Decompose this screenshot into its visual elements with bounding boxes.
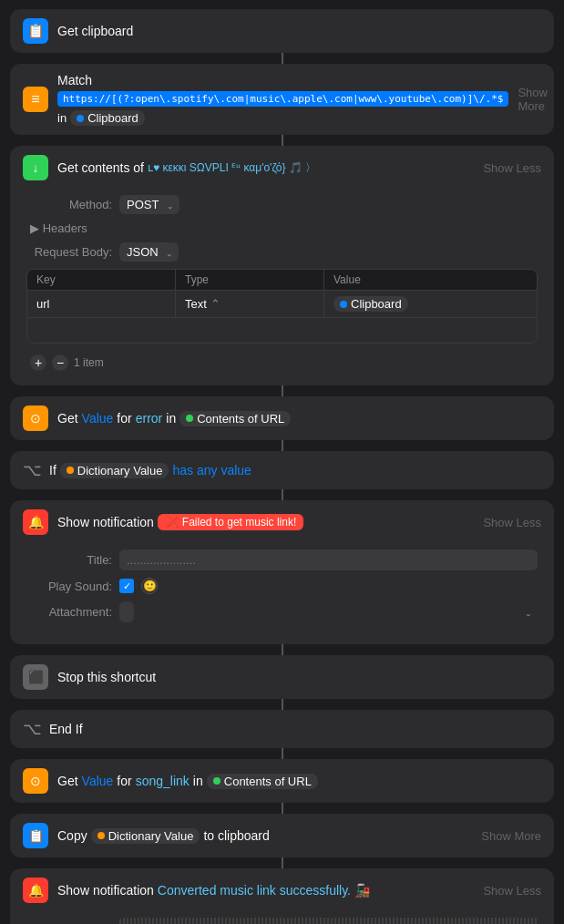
- show-notification-1-block: 🔔 Show notification ❌ Failed to get musi…: [10, 500, 554, 644]
- notif2-label: Show notification: [57, 883, 154, 898]
- get-clipboard-label: Get clipboard: [57, 24, 133, 38]
- for-label: for: [117, 411, 131, 426]
- request-body-row: Request Body: JSON Form: [26, 242, 538, 262]
- in-label: in: [166, 411, 176, 426]
- copy-show-more[interactable]: Show More: [481, 829, 541, 843]
- headers-arrow: ▶: [30, 221, 39, 235]
- get-value-2-block: ⊙ Get Value for song_link in Contents of…: [10, 759, 554, 803]
- waveform: [119, 918, 538, 924]
- y-icon: ⌥: [23, 460, 42, 480]
- stop-icon: ⬛: [23, 664, 48, 690]
- add-row-button[interactable]: +: [30, 354, 46, 371]
- stop-label: Stop this shortcut: [57, 670, 156, 684]
- request-body-label: Request Body:: [30, 245, 112, 259]
- get-value-2-row: Get Value for song_link in Contents of U…: [57, 774, 318, 789]
- table-footer: + − 1 item: [26, 351, 538, 371]
- title-input[interactable]: [119, 549, 538, 570]
- method-select-wrapper[interactable]: POST GET PUT: [119, 195, 179, 214]
- emoji-picker[interactable]: 🙂: [141, 578, 158, 594]
- clipboard-chip: Clipboard: [70, 110, 145, 126]
- attachment-select-wrapper[interactable]: [119, 601, 538, 622]
- connector: [282, 857, 283, 868]
- stop-block: ⬛ Stop this shortcut: [10, 655, 554, 699]
- get-contents-var: ʟ♥ κεκκι SΩVPLI ᴱᵘ καμ'ο'ζό} 🎵 〉: [148, 160, 316, 176]
- match-url[interactable]: https://[(?:open\.spotify\.com|music\.ap…: [57, 91, 508, 107]
- get-label: Get: [57, 411, 78, 426]
- condition-label: has any value: [172, 463, 251, 477]
- item-count: 1 item: [74, 356, 104, 369]
- notif2-icon: 🔔: [23, 878, 48, 903]
- headers-toggle[interactable]: ▶ Headers: [26, 221, 538, 235]
- error-label: error: [136, 411, 163, 426]
- connector: [282, 489, 283, 500]
- connector: [282, 748, 283, 759]
- copy-icon: 📋: [23, 823, 48, 848]
- notif2-title-row: Title:: [26, 918, 538, 924]
- get-contents-row: Get contents of ʟ♥ κεκκι SΩVPLI ᴱᵘ καμ'ο…: [57, 160, 316, 176]
- match-icon: ≡: [23, 87, 48, 112]
- flow-container: 📋 Get clipboard ≡ Match https://[(?:open…: [0, 0, 564, 924]
- col-value: Value: [323, 270, 537, 290]
- connector: [282, 385, 283, 396]
- cell-type: Text ⌃: [175, 291, 323, 317]
- attachment-select[interactable]: [119, 601, 134, 622]
- connector: [282, 135, 283, 146]
- value2-label: Value: [82, 774, 114, 788]
- copy-row: Copy Dictionary Value to clipboard: [57, 828, 270, 844]
- notif1-header: 🔔 Show notification ❌ Failed to get musi…: [23, 509, 541, 535]
- connector: [282, 803, 283, 814]
- table-row: url Text ⌃ Clipboard: [27, 291, 537, 317]
- remove-row-button[interactable]: −: [52, 354, 68, 371]
- to-clipboard-label: to clipboard: [203, 828, 269, 843]
- get-contents-header: ↓ Get contents of ʟ♥ κεκκι SΩVPLI ᴱᵘ καμ…: [23, 155, 541, 180]
- end-if-label: End If: [49, 722, 83, 736]
- clipboard-value-chip: Clipboard: [333, 296, 408, 312]
- get-contents-icon: ↓: [23, 155, 48, 180]
- play-sound-checkbox[interactable]: ✓: [119, 579, 134, 593]
- dict-value-label: Dictionary Value: [77, 464, 163, 477]
- col-key: Key: [27, 270, 175, 290]
- copy-block: 📋 Copy Dictionary Value to clipboard Sho…: [10, 814, 554, 857]
- clipboard-chip-label: Clipboard: [87, 111, 138, 125]
- body-type-select[interactable]: JSON Form: [119, 242, 179, 262]
- in2-label: in: [193, 774, 203, 788]
- title-label: Title:: [30, 553, 112, 567]
- copy-label: Copy: [57, 828, 87, 843]
- connector: [282, 699, 283, 710]
- notif2-expanded: Title: Play Sound: ✓ 🙂: [23, 912, 541, 924]
- match-show-more[interactable]: Show More: [518, 86, 548, 113]
- notif1-label: Show notification: [57, 515, 154, 529]
- for2-label: for: [117, 774, 131, 788]
- get2-label: Get: [57, 774, 78, 788]
- match-content: Match https://[(?:open\.spotify\.com|mus…: [57, 73, 508, 126]
- get-contents-block: ↓ Get contents of ʟ♥ κεκκι SΩVPLI ᴱᵘ καμ…: [10, 146, 554, 385]
- play-sound-label: Play Sound:: [30, 580, 112, 593]
- notif1-expanded: Title: Play Sound: ✓ 🙂 Attachment:: [23, 544, 541, 635]
- if-block: ⌥ If Dictionary Value has any value: [10, 451, 554, 489]
- notif1-icon: 🔔: [23, 509, 48, 535]
- notif1-row: Show notification ❌ Failed to get music …: [57, 514, 303, 530]
- notif2-row: Show notification Converted music link s…: [57, 883, 370, 898]
- get-clipboard-block: 📋 Get clipboard: [10, 9, 554, 53]
- get-value-icon: ⊙: [23, 406, 48, 431]
- contents-chip: Contents of URL: [179, 411, 291, 426]
- dict-value-chip: Dictionary Value: [60, 463, 169, 478]
- error-badge: ❌ Failed to get music link!: [158, 514, 303, 530]
- success-text: Converted music link successfully.: [158, 883, 351, 898]
- if-row: If Dictionary Value has any value: [49, 463, 251, 478]
- notif2-show-less[interactable]: Show Less: [483, 884, 541, 898]
- method-select[interactable]: POST GET PUT: [119, 195, 179, 214]
- body-type-wrapper[interactable]: JSON Form: [119, 242, 179, 262]
- get-contents-expanded: Method: POST GET PUT ▶ Headers Request B…: [23, 190, 541, 376]
- contents-label: Contents of URL: [197, 412, 284, 426]
- notif1-show-less[interactable]: Show Less: [483, 516, 541, 529]
- connector: [282, 53, 283, 64]
- method-label: Method:: [30, 198, 112, 211]
- notif2-header: 🔔 Show notification Converted music link…: [23, 878, 541, 903]
- empty-row: [27, 317, 537, 343]
- if-label: If: [49, 463, 56, 477]
- get-contents-show-less[interactable]: Show Less: [483, 161, 541, 175]
- get-value-block: ⊙ Get Value for error in Contents of URL: [10, 396, 554, 440]
- match-block: ≡ Match https://[(?:open\.spotify\.com|m…: [10, 64, 554, 135]
- col-type: Type: [175, 270, 323, 290]
